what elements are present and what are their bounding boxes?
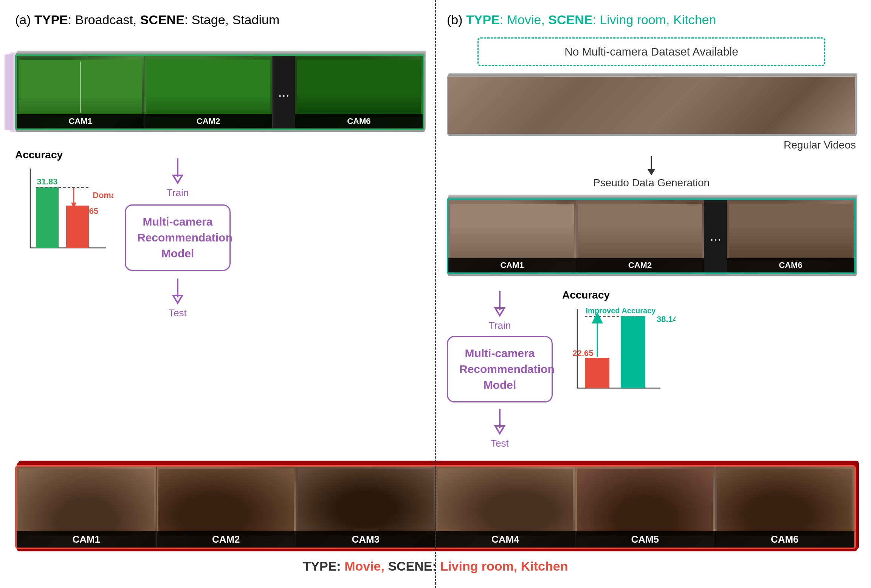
rcam-cell-1: CAM1 [448, 200, 576, 272]
left-panel-title: (a) TYPE: Broadcast, SCENE: Stage, Stadi… [15, 11, 424, 28]
left-model-box: Multi-camera Recommendation Model [125, 204, 231, 271]
pseudo-data-label: Pseudo Data Generation [593, 177, 710, 189]
train-arrow-svg [166, 156, 189, 185]
cam1-label: CAM1 [17, 114, 144, 128]
bcam3-label: CAM3 [296, 531, 436, 548]
right-type-label: TYPE [466, 12, 500, 27]
cam-cell-1: CAM1 [17, 56, 144, 128]
rcam-dots: ... [704, 228, 727, 244]
rtrain-arrow-svg [488, 289, 511, 317]
left-chart-svg: 31.83 Domain Gap 22.65 [15, 165, 113, 263]
rtest-arrow-svg [488, 407, 511, 435]
right-panel-title: (b) TYPE: Movie, SCENE: Living room, Kit… [447, 11, 856, 28]
cam-cell-2: CAM2 [144, 56, 272, 128]
rcam6-label: CAM6 [727, 258, 854, 272]
bottom-type-value: Movie, [344, 559, 388, 573]
right-model-box: Multi-camera Recommendation Model [447, 336, 553, 402]
left-train-label: Train [167, 187, 189, 199]
svg-text:22.65: 22.65 [77, 206, 98, 216]
right-model-line2: Recommendation [459, 363, 555, 375]
left-flow: Train Multi-camera Recommendation Model [125, 156, 231, 319]
left-chart-title: Accuracy [15, 149, 113, 161]
bcam5-label: CAM5 [575, 531, 715, 548]
right-model-line1: Multi-camera [465, 347, 535, 359]
bcam4-label: CAM4 [436, 531, 575, 548]
rcam-cell-6: CAM6 [727, 200, 854, 272]
svg-rect-24 [585, 358, 609, 388]
left-test-label: Test [169, 307, 187, 319]
down-arrow-pseudo [642, 154, 661, 177]
bcam-cell-2: CAM2 [157, 467, 296, 548]
bottom-type-prefix: TYPE [303, 559, 337, 573]
right-test-label: Test [491, 438, 509, 449]
left-test-section: Test [166, 277, 189, 319]
svg-text:Improved Accuracy: Improved Accuracy [586, 306, 656, 315]
bcam6-label: CAM6 [715, 531, 855, 548]
right-scene-value: Living room, Kitchen [600, 12, 716, 27]
right-upper-section: Regular Videos Pseudo Data Generation [447, 73, 856, 449]
no-dataset-label: No Multi-camera Dataset Available [564, 45, 738, 58]
left-train-section: Train [166, 156, 189, 199]
svg-text:Domain Gap: Domain Gap [93, 190, 113, 200]
svg-marker-16 [648, 169, 655, 175]
svg-text:38.14: 38.14 [657, 314, 676, 324]
left-scene-label: SCENE [140, 12, 184, 27]
left-model-line2: Recommendation [137, 231, 232, 244]
left-cam-strip-stacked: CAM1 CAM2 ... CAM6 [15, 51, 424, 134]
svg-text:22.65: 22.65 [572, 348, 593, 358]
right-test-section: Test [488, 407, 511, 449]
left-cam-strip: CAM1 CAM2 ... CAM6 [15, 54, 424, 130]
right-model-line3: Model [484, 379, 516, 391]
svg-text:31.83: 31.83 [37, 177, 57, 186]
left-type-label: TYPE [34, 12, 68, 27]
right-title-prefix: (b) [447, 12, 466, 27]
right-chart-title: Accuracy [562, 289, 676, 301]
right-type-value: Movie, [507, 12, 549, 27]
right-train-section: Train [488, 289, 511, 331]
left-model-line1: Multi-camera [143, 215, 212, 228]
right-train-label: Train [489, 320, 511, 331]
right-chart-svg: 22.65 38.14 Improved Accuracy [562, 305, 676, 411]
left-model-line3: Model [161, 247, 194, 260]
bottom-scene-value: Living room, Kitchen [440, 559, 568, 573]
bcam2-label: CAM2 [157, 531, 296, 548]
panel-right: (b) TYPE: Movie, SCENE: Living room, Kit… [436, 11, 856, 449]
right-chart-area: Accuracy [562, 289, 676, 412]
bottom-scene-prefix: SCENE [388, 559, 432, 573]
panel-left: (a) TYPE: Broadcast, SCENE: Stage, Stadi… [15, 11, 436, 449]
bcam1-label: CAM1 [17, 531, 156, 548]
rcam2-label: CAM2 [576, 258, 704, 272]
left-chart-area: Accuracy 31.83 Domain [15, 149, 113, 265]
bcam-cell-5: CAM5 [575, 467, 715, 548]
main-container: (a) TYPE: Broadcast, SCENE: Stage, Stadi… [0, 0, 871, 588]
vertical-divider [435, 0, 436, 588]
top-panels: (a) TYPE: Broadcast, SCENE: Stage, Stadi… [15, 11, 856, 449]
reg-videos-stack [447, 73, 856, 137]
rcam-cell-2: CAM2 [576, 200, 704, 272]
bcam-cell-3: CAM3 [296, 467, 436, 548]
cam2-label: CAM2 [144, 114, 272, 128]
right-scene-label: SCENE [548, 12, 592, 27]
right-cam-strip: CAM1 CAM2 ... CAM6 [447, 198, 856, 274]
no-dataset-box: No Multi-camera Dataset Available [477, 37, 825, 66]
bcam-cell-1: CAM1 [17, 467, 157, 548]
right-lower-section: Train Multi-camera Recommendation Model [447, 289, 856, 449]
svg-rect-2 [36, 187, 59, 248]
cam-dots: ... [273, 84, 295, 100]
cam-cell-6: CAM6 [295, 56, 423, 128]
left-title-prefix: (a) [15, 12, 34, 27]
bcam-cell-6: CAM6 [715, 467, 855, 548]
reg-front [447, 76, 856, 135]
rcam1-label: CAM1 [448, 258, 576, 272]
svg-rect-27 [621, 316, 645, 388]
left-scene-value: Stage, Stadium [192, 12, 279, 27]
test-arrow-svg [166, 277, 189, 305]
regular-videos-label: Regular Videos [784, 139, 856, 151]
left-accuracy-section: Accuracy 31.83 Domain [15, 149, 424, 319]
cam6-label: CAM6 [295, 114, 423, 128]
pseudo-data-arrow: Pseudo Data Generation [593, 154, 710, 189]
right-flow-arrows: Train Multi-camera Recommendation Model [447, 289, 553, 449]
right-cam-strip-stacked: CAM1 CAM2 ... CAM6 [447, 195, 856, 278]
right-flow-col: Regular Videos Pseudo Data Generation [447, 73, 856, 449]
bcam-cell-4: CAM4 [436, 467, 576, 548]
